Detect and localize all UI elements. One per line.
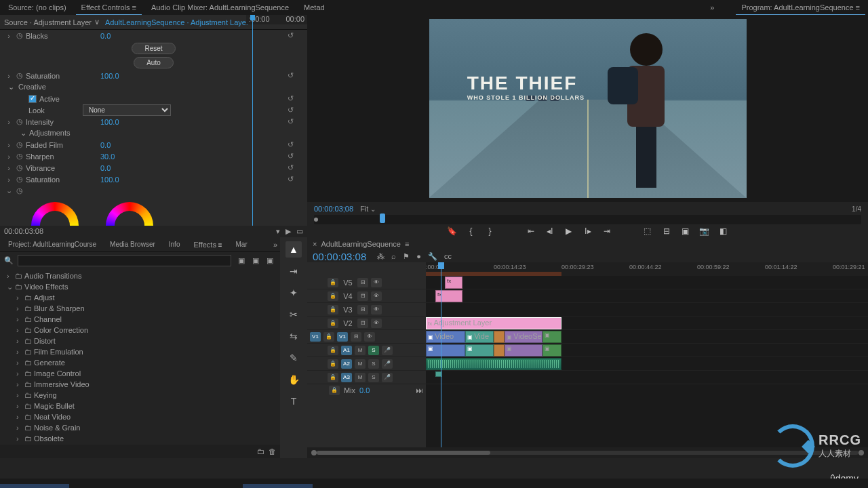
sequence-clip-link[interactable]: AdultLearningSequence · Adjustment Layer <box>105 18 249 26</box>
scrub-start-icon[interactable] <box>314 218 318 222</box>
export-frame-icon[interactable]: ▣ <box>680 226 691 236</box>
clip-video-3[interactable] <box>494 331 505 343</box>
param-collapsed[interactable]: ⌄ ◷ <box>4 185 303 197</box>
tree-item[interactable]: ›🗀Noise & Grain <box>0 422 280 433</box>
param-saturation-2[interactable]: › ◷ Saturation 100.0 ↺ <box>4 174 303 185</box>
tree-item[interactable]: ›🗀Keying <box>0 390 280 401</box>
overflow-icon[interactable]: » <box>273 241 277 249</box>
clip-title-v5[interactable]: fx <box>445 277 462 289</box>
program-scrubber[interactable] <box>314 215 861 224</box>
disclosure-icon[interactable]: › <box>4 72 14 80</box>
panel-menu-icon[interactable]: ≡ <box>132 3 136 12</box>
track-header-a3[interactable]: 🔒A3MS🎤 <box>307 371 426 384</box>
go-to-out-icon[interactable]: ⇥ <box>601 226 612 236</box>
track-header-v1[interactable]: V1🔒V1⊟👁 <box>307 330 426 344</box>
overflow-icon[interactable]: » <box>710 3 714 12</box>
group-adjustments[interactable]: ⌄Adjustments <box>4 127 303 139</box>
stopwatch-icon[interactable]: ◷ <box>14 140 26 149</box>
play-icon[interactable]: ▶ <box>564 226 574 236</box>
tree-item[interactable]: ›🗀Distort <box>0 336 280 346</box>
lock-icon[interactable]: 🔒 <box>328 291 338 301</box>
track-header-a1[interactable]: 🔒A1MS🎤 <box>307 344 426 357</box>
tree-item[interactable]: ›🗀Immersive Video <box>0 379 280 390</box>
tree-item[interactable]: ›🗀Adjust <box>0 292 280 303</box>
effects-tree[interactable]: ›🗀Audio Transitions ⌄🗀Video Effects ›🗀Ad… <box>0 269 280 445</box>
zoom-out-handle[interactable] <box>311 450 317 455</box>
go-to-in-icon[interactable]: ⇤ <box>526 226 536 236</box>
wrench-icon[interactable]: ▭ <box>296 227 303 236</box>
track-header-v5[interactable]: 🔒V5⊟👁 <box>307 276 426 289</box>
track-a1-lane[interactable]: ▣ ▣ ▣ ▣ <box>426 344 868 357</box>
ripple-edit-tool-icon[interactable]: ✦ <box>285 285 302 301</box>
sync-lock-icon[interactable]: ⊟ <box>357 319 368 328</box>
track-a2-lane[interactable] <box>426 357 868 371</box>
marker-icon[interactable]: 🔖 <box>447 226 458 236</box>
settings-icon[interactable]: ● <box>416 252 421 261</box>
new-bin-icon[interactable]: 🗀 <box>257 447 264 455</box>
stopwatch-icon[interactable]: ◷ <box>14 186 26 195</box>
reset-param-icon[interactable]: ↺ <box>288 31 294 40</box>
timeline-playhead[interactable] <box>441 262 441 447</box>
lock-icon[interactable]: 🔒 <box>329 386 340 395</box>
go-to-next-icon[interactable]: ⏭ <box>416 386 423 394</box>
clip-audio-a1-5[interactable]: ▣ <box>542 344 561 357</box>
pen-tool-icon[interactable]: ✎ <box>285 350 302 366</box>
disclosure-icon[interactable]: › <box>4 164 14 172</box>
comparison-icon[interactable]: ◧ <box>718 226 729 236</box>
trash-icon[interactable]: 🗑 <box>269 447 276 455</box>
tab-info[interactable]: Info <box>163 239 186 250</box>
clip-video-2[interactable]: ▣ Vide <box>465 331 494 343</box>
reset-param-icon[interactable]: ↺ <box>288 106 294 115</box>
stopwatch-icon[interactable]: ◷ <box>14 163 26 172</box>
mute-icon[interactable]: M <box>355 346 366 355</box>
track-v4-lane[interactable]: fx <box>426 289 868 303</box>
program-timecode[interactable]: 00:00:03;08 <box>314 205 353 213</box>
sync-lock-icon[interactable]: ⊟ <box>357 291 368 301</box>
tab-program-monitor[interactable]: Program: AdultLearningSequence ≡ <box>736 1 865 15</box>
clip-adjustment-layer[interactable]: fx Adjustment Layer <box>426 317 561 329</box>
extract-icon[interactable]: ⊟ <box>661 226 672 236</box>
stopwatch-icon[interactable]: ◷ <box>14 117 26 126</box>
sync-lock-icon[interactable]: ⊟ <box>357 305 368 314</box>
voice-over-icon[interactable]: 🎤 <box>382 346 393 355</box>
param-look[interactable]: Look None ↺ <box>4 104 303 116</box>
mute-icon[interactable]: M <box>355 359 366 369</box>
lift-icon[interactable]: ⬚ <box>642 226 653 236</box>
tree-item[interactable]: ›🗀Obsolete <box>0 433 280 444</box>
tab-metadata[interactable]: Metad <box>298 1 330 14</box>
tab-source[interactable]: Source: (no clips) <box>3 1 72 14</box>
clip-audio-a1-3[interactable] <box>494 344 505 357</box>
source-patch-v1[interactable]: V1 <box>310 332 321 342</box>
program-viewer[interactable]: THE THIEF WHO STOLE 1 BILLION DOLLARS <box>307 15 868 202</box>
param-value[interactable]: 0.0 <box>100 164 134 172</box>
disclosure-icon[interactable]: › <box>4 32 14 40</box>
caption-icon[interactable]: cc <box>444 252 452 261</box>
ec-timecode[interactable]: 00:00:03:08 <box>4 227 43 235</box>
close-tab-icon[interactable]: × <box>313 240 317 248</box>
param-value[interactable]: 100.0 <box>100 72 134 80</box>
toggle-output-icon[interactable]: 👁 <box>371 291 382 301</box>
track-v2-lane[interactable]: fx Adjustment Layer <box>426 317 868 330</box>
razor-tool-icon[interactable]: ✂ <box>285 306 302 323</box>
disclosure-icon[interactable]: › <box>4 118 14 126</box>
disclosure-icon[interactable]: ⌄ <box>20 129 26 137</box>
track-target-a2[interactable]: A2 <box>341 359 352 369</box>
lock-icon[interactable]: 🔒 <box>328 319 338 328</box>
tab-markers[interactable]: Mar <box>231 239 253 250</box>
tree-item[interactable]: ›🗀Channel <box>0 314 280 325</box>
lock-icon[interactable]: 🔒 <box>328 346 338 355</box>
stopwatch-icon[interactable]: ◷ <box>14 175 26 184</box>
stopwatch-icon[interactable]: ◷ <box>14 71 26 80</box>
panel-menu-icon[interactable]: ≡ <box>856 3 860 12</box>
sync-lock-icon[interactable]: ⊟ <box>351 332 361 342</box>
tree-item[interactable]: ›🗀Generate <box>0 357 280 368</box>
tree-item[interactable]: ›🗀Color Correction <box>0 325 280 336</box>
voice-over-icon[interactable]: 🎤 <box>382 359 393 369</box>
reset-param-icon[interactable]: ↺ <box>288 163 294 172</box>
effects-search-input[interactable] <box>18 255 231 266</box>
reset-param-icon[interactable]: ↺ <box>288 140 294 149</box>
look-dropdown[interactable]: None <box>83 104 171 116</box>
zoom-scroll-thumb[interactable] <box>317 451 490 455</box>
disclosure-icon[interactable]: › <box>4 141 14 149</box>
timeline-tab[interactable]: AdultLearningSequence <box>321 240 400 248</box>
